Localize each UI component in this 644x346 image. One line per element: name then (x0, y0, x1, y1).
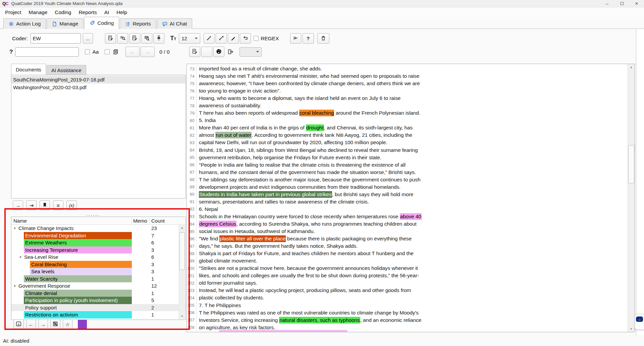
search-input[interactable] (15, 47, 79, 57)
column-header-name[interactable]: Name (11, 218, 132, 224)
export-button[interactable] (227, 49, 233, 55)
selected-code-color-swatch[interactable] (78, 320, 87, 329)
special-characters-button[interactable]: (x) (66, 200, 77, 210)
case-sensitive-checkbox[interactable] (85, 49, 90, 54)
code-tree-row[interactable]: ▾Government Response12 (11, 282, 185, 290)
scroll-up-icon[interactable]: ▲ (179, 225, 185, 231)
help-button[interactable]: ? (303, 33, 314, 44)
previous-file-button[interactable] (290, 33, 301, 44)
code-tree-row[interactable]: Coral Bleaching3 (11, 261, 185, 268)
plain-text: around the French Polynesian island. (334, 110, 420, 116)
font-size-select[interactable]: 12 (179, 33, 200, 44)
line-number: 89 (187, 184, 196, 189)
line-text: T here has also been reports of widespre… (196, 109, 627, 117)
tab-documents[interactable]: Documents (11, 64, 46, 75)
code-tree-row[interactable]: Sea levels3 (11, 268, 185, 275)
tab-ai-chat[interactable]: AI Chat (157, 18, 193, 29)
tab-coding[interactable]: Coding (84, 17, 119, 29)
column-header-memo[interactable]: Memo (132, 218, 150, 224)
auto-code-undo-button[interactable] (216, 33, 227, 44)
code-tree-row[interactable]: Restrictions on activism1 (11, 311, 185, 319)
search-next-button[interactable]: → (141, 47, 155, 57)
chevron-down-icon[interactable]: ▾ (12, 226, 17, 230)
menu-item-help[interactable]: Help (113, 8, 131, 16)
code-tree-row[interactable]: Increasing Temperature3 (11, 246, 185, 254)
remote-control-badge[interactable]: ↔ (635, 314, 644, 330)
splitter-handle[interactable] (634, 143, 636, 152)
search-previous-button[interactable]: ← (125, 47, 140, 57)
scroll-up-icon[interactable]: ▲ (628, 64, 635, 70)
pin-button[interactable] (153, 33, 164, 44)
coder-input[interactable] (31, 33, 81, 44)
tag-icon (90, 20, 95, 25)
export-format-select[interactable] (239, 47, 262, 57)
tab-manage[interactable]: Manage (47, 18, 84, 29)
search-memos-button[interactable] (141, 33, 152, 44)
regex-checkbox[interactable] (254, 36, 259, 41)
editor-scrollbar[interactable]: ▲ ▼ (628, 64, 635, 332)
undo-autocode-button[interactable] (240, 33, 251, 44)
text-color-button[interactable] (213, 47, 224, 57)
plain-text: awareness of sustainability. (199, 103, 261, 109)
show-codings-grid-button[interactable] (50, 320, 60, 329)
menu-item-ai[interactable]: AI (101, 8, 113, 16)
scrollbar-thumb[interactable] (179, 232, 185, 270)
tab-action-log[interactable]: Action Log (3, 18, 46, 29)
code-tree-row[interactable]: Policy support2 (11, 304, 185, 311)
minimize-button[interactable]: – (600, 0, 614, 7)
delete-button[interactable] (317, 33, 329, 44)
file-list-item[interactable]: WashingtonPost_2020-02-03.pdf (11, 83, 185, 91)
splitter-handle[interactable] (86, 215, 100, 216)
search-all-files-checkbox[interactable] (105, 49, 110, 54)
tab-reports[interactable]: Reports (120, 18, 156, 29)
line-number: 108 (187, 325, 196, 330)
chevron-down-icon[interactable]: ▾ (12, 284, 17, 288)
code-tree-row[interactable]: Climate denial1 (11, 290, 185, 297)
menu-item-manage[interactable]: Manage (25, 8, 51, 16)
next-file-button[interactable]: → (13, 200, 23, 210)
coder-more-button[interactable]: ... (83, 33, 93, 44)
menu-item-project[interactable]: Project (1, 8, 25, 16)
line-text: degrees Celsius, according to Surendra S… (196, 220, 627, 228)
important-star-button[interactable]: ☆ (63, 320, 72, 329)
auto-code-button[interactable] (204, 33, 215, 44)
code-tree-row[interactable]: ▾Climate Change Impacts23 (11, 225, 185, 232)
go-to-latest-button[interactable]: ⇥ (26, 200, 37, 210)
annotate-button[interactable] (105, 33, 116, 44)
maximize-button[interactable] (614, 0, 629, 7)
file-toolbar: → ⇥ ≡ (x) (13, 200, 77, 210)
scroll-down-icon[interactable]: ▼ (628, 326, 635, 332)
search-annotations-button[interactable] (117, 33, 128, 44)
file-memo-button[interactable]: ≡ (53, 200, 63, 210)
line-text: government retribution, help organise th… (196, 154, 627, 161)
edit-text-button[interactable] (228, 33, 239, 44)
previous-coded-button[interactable]: ← (26, 320, 36, 329)
view-coded-text-button[interactable]: a (13, 320, 24, 329)
editor-line: 74Hoang says she met T ahiti's environme… (187, 72, 627, 80)
code-tree-row[interactable]: ▾Sea-Level Rise6 (11, 253, 185, 261)
file-list-item[interactable]: SouthChinaMorningPost_2019-07-18.pdf (11, 76, 185, 83)
scrollbar-thumb[interactable] (628, 145, 634, 183)
plain-text: humans, and the constant denial of the g… (199, 169, 416, 175)
line-text: Schools in the Himalayan country were fo… (196, 213, 627, 220)
code-tree-row[interactable]: Water Scarcity1 (11, 275, 185, 283)
tab-ai-assistance[interactable]: AI Assistance (47, 65, 86, 75)
close-button[interactable]: × (629, 0, 644, 7)
menu-item-reports[interactable]: Reports (75, 8, 100, 16)
editor-line: 77Hoang, who wants to become a diplomat,… (187, 95, 627, 102)
code-tree-row[interactable]: Environmental Degradation7 (11, 232, 185, 239)
menu-item-coding[interactable]: Coding (51, 8, 75, 16)
memo-button[interactable] (129, 33, 140, 44)
chevron-down-icon[interactable]: ▾ (18, 255, 23, 259)
annotation-memo-button[interactable] (189, 47, 200, 57)
code-tree-row[interactable]: Participation in policy (youth involveme… (11, 297, 185, 304)
code-name: Water Scarcity (24, 275, 132, 283)
bookmark-button[interactable] (40, 200, 50, 210)
code-tree-scrollbar[interactable]: ▲ ▼ (179, 225, 185, 319)
column-header-count[interactable]: Count (150, 218, 185, 224)
scroll-down-icon[interactable]: ▼ (179, 313, 185, 319)
undo-button[interactable] (201, 47, 212, 57)
next-coded-button[interactable]: → (38, 320, 48, 329)
document-text-area[interactable]: 73imported food as a result of climate c… (186, 64, 635, 332)
code-tree-row[interactable]: Extreme Weathers6 (11, 239, 185, 246)
